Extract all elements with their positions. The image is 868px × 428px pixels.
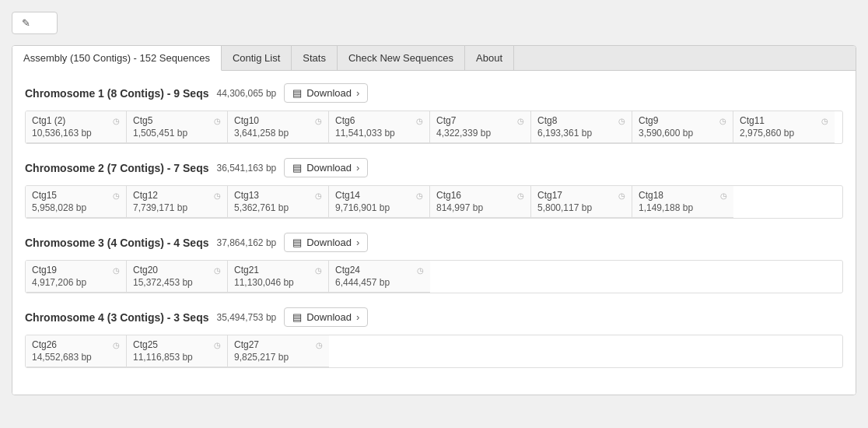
contig-info-icon[interactable]: ◷ <box>315 266 322 275</box>
contig-name: Ctg20 <box>133 265 158 275</box>
contig-info-icon[interactable]: ◷ <box>113 341 120 349</box>
download-icon: ▤ <box>292 237 302 248</box>
tab-assembly-150-contigs-152-sequences[interactable]: Assembly (150 Contigs) - 152 Sequences <box>12 46 222 71</box>
contig-bp: 5,958,028 bp <box>32 202 120 213</box>
chromosome-header-2: Chromosome 2 (7 Contigs) - 7 Seqs36,541,… <box>25 158 843 177</box>
chromosome-section-4: Chromosome 4 (3 Contigs) - 3 Seqs35,494,… <box>25 307 843 368</box>
download-label: Download <box>306 87 352 99</box>
contig-cell[interactable]: Ctg27◷9,825,217 bp <box>228 335 329 367</box>
contig-header-row: Ctg26◷ <box>32 339 120 350</box>
contig-cell[interactable]: Ctg19◷4,917,206 bp <box>26 261 127 293</box>
contig-header-row: Ctg15◷ <box>32 190 120 201</box>
contig-info-icon[interactable]: ◷ <box>618 117 625 125</box>
chromosome-title-4: Chromosome 4 (3 Contigs) - 3 Seqs <box>25 311 208 324</box>
download-arrow-icon: › <box>356 162 359 174</box>
contig-info-icon[interactable]: ◷ <box>517 117 524 125</box>
contig-name: Ctg12 <box>133 190 158 201</box>
contig-cell[interactable]: Ctg13◷5,362,761 bp <box>228 186 329 218</box>
contig-info-icon[interactable]: ◷ <box>618 191 625 200</box>
tab-stats[interactable]: Stats <box>292 46 338 70</box>
contig-info-icon[interactable]: ◷ <box>113 117 120 125</box>
contig-cell[interactable]: Ctg15◷5,958,028 bp <box>26 186 127 218</box>
contig-info-icon[interactable]: ◷ <box>316 341 323 349</box>
contig-info-icon[interactable]: ◷ <box>517 191 524 200</box>
download-button-2[interactable]: ▤Download› <box>284 158 368 177</box>
contig-name: Ctg13 <box>234 190 259 201</box>
contig-header-row: Ctg19◷ <box>32 265 120 275</box>
contig-info-icon[interactable]: ◷ <box>821 117 828 125</box>
contig-bp: 9,716,901 bp <box>335 202 423 213</box>
download-button-4[interactable]: ▤Download› <box>284 307 368 327</box>
chromosome-section-3: Chromosome 3 (4 Contigs) - 4 Seqs37,864,… <box>25 233 843 293</box>
download-button-1[interactable]: ▤Download› <box>284 83 368 103</box>
contig-header-row: Ctg21◷ <box>234 265 322 275</box>
contig-bp: 5,800,117 bp <box>537 202 625 213</box>
tab-check-new-sequences[interactable]: Check New Sequences <box>338 46 465 70</box>
contig-header-row: Ctg13◷ <box>234 190 322 201</box>
contig-bp: 4,917,206 bp <box>32 277 120 288</box>
contig-cell[interactable]: Ctg6◷11,541,033 bp <box>329 111 430 143</box>
contig-cell[interactable]: Ctg20◷15,372,453 bp <box>127 261 228 293</box>
contig-header-row: Ctg18◷ <box>639 190 727 201</box>
contig-header-row: Ctg20◷ <box>133 265 221 275</box>
assembly-tools-toolbar[interactable]: ✎ <box>12 12 58 34</box>
contig-cell[interactable]: Ctg21◷11,130,046 bp <box>228 261 329 293</box>
contig-info-icon[interactable]: ◷ <box>315 191 322 200</box>
contig-info-icon[interactable]: ◷ <box>720 191 727 200</box>
tab-contig-list[interactable]: Contig List <box>222 46 292 70</box>
download-arrow-icon: › <box>356 87 359 99</box>
contig-info-icon[interactable]: ◷ <box>315 117 322 125</box>
tab-bar: Assembly (150 Contigs) - 152 SequencesCo… <box>12 46 856 71</box>
contig-info-icon[interactable]: ◷ <box>113 266 120 275</box>
tab-about[interactable]: About <box>465 46 514 70</box>
contig-cell[interactable]: Ctg17◷5,800,117 bp <box>531 186 632 218</box>
contig-info-icon[interactable]: ◷ <box>417 266 424 275</box>
contig-name: Ctg18 <box>639 190 663 201</box>
download-icon: ▤ <box>292 311 302 323</box>
chromosome-header-3: Chromosome 3 (4 Contigs) - 4 Seqs37,864,… <box>25 233 843 252</box>
contig-info-icon[interactable]: ◷ <box>214 266 221 275</box>
chromosome-bp-4: 35,494,753 bp <box>216 312 276 323</box>
contig-cell[interactable]: Ctg25◷11,116,853 bp <box>127 335 228 367</box>
contig-header-row: Ctg27◷ <box>234 339 323 350</box>
download-arrow-icon: › <box>356 311 359 323</box>
contig-cell[interactable]: Ctg5◷1,505,451 bp <box>127 111 228 143</box>
contig-info-icon[interactable]: ◷ <box>719 117 726 125</box>
contig-info-icon[interactable]: ◷ <box>214 191 221 200</box>
contig-cell[interactable]: Ctg12◷7,739,171 bp <box>127 186 228 218</box>
contig-name: Ctg21 <box>234 265 259 275</box>
contig-info-icon[interactable]: ◷ <box>113 191 120 200</box>
contig-cell[interactable]: Ctg7◷4,322,339 bp <box>430 111 531 143</box>
contig-name: Ctg17 <box>537 190 562 201</box>
contig-cell[interactable]: Ctg16◷814,997 bp <box>430 186 531 218</box>
contig-bp: 1,149,188 bp <box>639 202 727 213</box>
chromosome-title-1: Chromosome 1 (8 Contigs) - 9 Seqs <box>25 87 208 100</box>
contig-name: Ctg9 <box>639 115 658 126</box>
contig-bp: 11,130,046 bp <box>234 277 322 288</box>
contig-cell[interactable]: Ctg11◷2,975,860 bp <box>733 111 835 143</box>
contig-cell[interactable]: Ctg9◷3,590,600 bp <box>632 111 733 143</box>
contig-bp: 10,536,163 bp <box>32 128 120 139</box>
contig-cell[interactable]: Ctg26◷14,552,683 bp <box>26 335 127 367</box>
contig-cell[interactable]: Ctg10◷3,641,258 bp <box>228 111 329 143</box>
download-button-3[interactable]: ▤Download› <box>284 233 368 252</box>
contig-cell[interactable]: Ctg8◷6,193,361 bp <box>531 111 632 143</box>
contig-name: Ctg8 <box>537 115 557 126</box>
contigs-grid-1: Ctg1 (2)◷10,536,163 bpCtg5◷1,505,451 bpC… <box>25 111 843 144</box>
contig-bp: 9,825,217 bp <box>234 352 323 363</box>
contig-cell[interactable]: Ctg1 (2)◷10,536,163 bp <box>26 111 127 143</box>
contig-cell[interactable]: Ctg14◷9,716,901 bp <box>329 186 430 218</box>
contig-name: Ctg24 <box>335 265 360 275</box>
contig-info-icon[interactable]: ◷ <box>214 341 221 349</box>
contig-cell[interactable]: Ctg18◷1,149,188 bp <box>632 186 733 218</box>
download-icon: ▤ <box>292 162 302 174</box>
chromosome-title-3: Chromosome 3 (4 Contigs) - 4 Seqs <box>25 237 208 249</box>
contig-name: Ctg10 <box>234 115 259 126</box>
chromosome-section-2: Chromosome 2 (7 Contigs) - 7 Seqs36,541,… <box>25 158 843 219</box>
contig-cell[interactable]: Ctg24◷6,444,457 bp <box>329 261 430 293</box>
contig-info-icon[interactable]: ◷ <box>416 191 423 200</box>
contig-bp: 3,641,258 bp <box>234 128 322 139</box>
contig-header-row: Ctg24◷ <box>335 265 424 275</box>
contig-info-icon[interactable]: ◷ <box>416 117 423 125</box>
contig-info-icon[interactable]: ◷ <box>214 117 221 125</box>
